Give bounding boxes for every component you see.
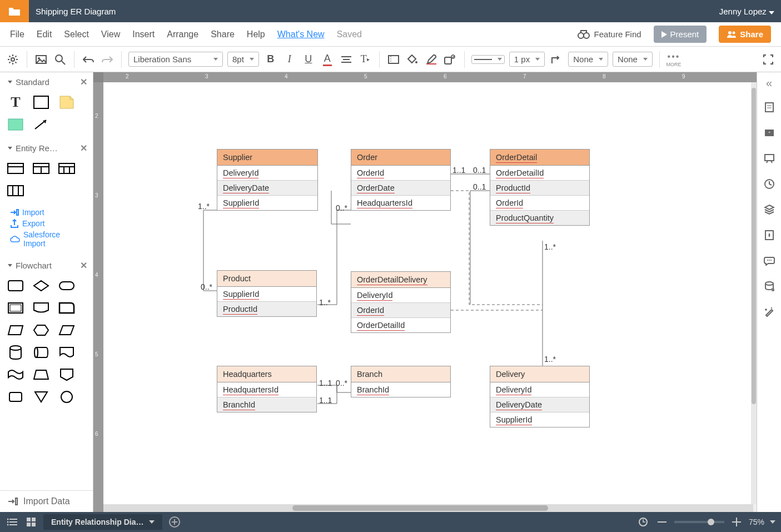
font-select[interactable]: Liberation Sans [128, 52, 223, 67]
zoom-value[interactable]: 75% [749, 518, 764, 526]
menu-edit[interactable]: Edit [37, 29, 52, 39]
menu-share[interactable]: Share [211, 29, 235, 39]
fc-callout[interactable] [57, 300, 77, 316]
fc-doc[interactable] [57, 344, 77, 361]
section-flowchart[interactable]: Flowchart✕ [0, 256, 93, 275]
shape-text[interactable]: T [6, 94, 26, 111]
fc-circle[interactable] [57, 389, 77, 405]
menu-view[interactable]: View [101, 29, 120, 39]
shape-arrow[interactable] [31, 116, 51, 133]
entity-delivery[interactable]: Delivery DeliveryId DeliveryDate Supplie… [490, 366, 590, 427]
italic-button[interactable]: I [282, 52, 297, 67]
fc-offpage[interactable] [57, 366, 77, 383]
line-start-select[interactable]: None [568, 52, 608, 67]
add-page-button[interactable] [168, 515, 181, 529]
zoom-slider[interactable] [674, 521, 724, 523]
menu-help[interactable]: Help [247, 29, 265, 39]
entity-orderdetail[interactable]: OrderDetail OrderDetailId ProductId Orde… [490, 149, 590, 226]
chat-icon[interactable] [762, 253, 777, 269]
more-button[interactable]: •••MORE [666, 52, 681, 67]
menu-arrange[interactable]: Arrange [167, 29, 198, 39]
redo-button[interactable] [100, 52, 115, 67]
pencil-button[interactable] [424, 52, 439, 67]
zoom-in-button[interactable] [730, 515, 743, 529]
menu-select[interactable]: Select [64, 29, 88, 39]
theme-icon[interactable] [762, 227, 777, 243]
fc-cyl[interactable] [6, 344, 26, 361]
entity-headquarters[interactable]: Headquarters HeadquartersId BranchId [217, 366, 317, 412]
fc-terminator[interactable] [57, 277, 77, 294]
link-salesforce[interactable]: Salesforce Import [10, 229, 87, 249]
page-tab[interactable]: Entity Relationship Dia… [43, 514, 162, 530]
line-route-button[interactable] [549, 52, 564, 67]
user-menu[interactable]: Jenny Lopez [719, 7, 774, 16]
close-icon[interactable]: ✕ [80, 143, 87, 153]
share-button[interactable]: Share [719, 26, 771, 43]
font-size-select[interactable]: 8pt [227, 52, 259, 67]
fc-card[interactable] [6, 300, 26, 316]
shape-note[interactable] [57, 94, 77, 111]
undo-button[interactable] [81, 52, 96, 67]
horizontal-scrollbar[interactable] [103, 504, 753, 512]
zoom-out-button[interactable] [655, 515, 669, 529]
fc-display[interactable] [31, 300, 51, 316]
fc-merge[interactable] [31, 389, 51, 405]
search-button[interactable] [53, 52, 67, 67]
shape-options-button[interactable] [443, 52, 457, 67]
grid-view-button[interactable] [24, 515, 38, 529]
menu-whatsnew[interactable]: What's New [277, 29, 325, 39]
page-icon[interactable] [762, 100, 777, 115]
vertical-scrollbar[interactable] [751, 82, 757, 504]
comment-icon[interactable]: " [762, 125, 777, 141]
menu-file[interactable]: File [10, 29, 24, 39]
fc-trap[interactable] [6, 322, 26, 339]
fc-hex[interactable] [31, 322, 51, 339]
present-icon[interactable] [762, 151, 777, 166]
fc-square[interactable] [6, 389, 26, 405]
entity-branch[interactable]: Branch BranchId [351, 366, 451, 397]
entity-product[interactable]: Product SupplierId ProductId [217, 270, 317, 317]
fc-tape[interactable] [6, 366, 26, 383]
shape-rect-button[interactable] [386, 52, 401, 67]
fill-button[interactable] [405, 52, 420, 67]
entity-orderdetaildelivery[interactable]: OrderDetailDelivery DeliveryId OrderId O… [351, 271, 451, 333]
close-icon[interactable]: ✕ [80, 77, 87, 87]
sync-icon[interactable] [636, 515, 650, 529]
section-entity[interactable]: Entity Re…✕ [0, 138, 93, 158]
canvas[interactable]: 1..* 0..* 1..* 0..* 1..1 0..1 0..1 1..1 … [103, 82, 753, 509]
text-color-button[interactable]: A [320, 52, 335, 67]
menu-insert[interactable]: Insert [132, 29, 155, 39]
fc-diamond[interactable] [31, 277, 51, 294]
fc-rect[interactable] [6, 277, 26, 294]
shape-er2[interactable] [31, 160, 51, 177]
bold-button[interactable]: B [263, 52, 278, 67]
line-style-select[interactable] [471, 55, 505, 64]
fc-trap2[interactable] [31, 366, 51, 383]
link-import[interactable]: Import [10, 207, 87, 218]
shape-block[interactable] [6, 116, 26, 133]
entity-supplier[interactable]: Supplier DeliveryId DeliveryDate Supplie… [217, 149, 318, 211]
magic-icon[interactable] [762, 304, 777, 320]
shape-er1[interactable] [6, 160, 26, 177]
layers-icon[interactable] [762, 202, 777, 217]
data-icon[interactable] [762, 279, 777, 294]
list-view-button[interactable] [6, 515, 19, 529]
underline-button[interactable]: U [301, 52, 316, 67]
present-button[interactable]: Present [654, 26, 707, 43]
settings-button[interactable] [6, 52, 20, 67]
history-icon[interactable] [762, 176, 777, 192]
import-data-button[interactable]: Import Data [0, 490, 93, 512]
shape-er4[interactable] [6, 182, 26, 199]
collapse-button[interactable]: « [766, 77, 772, 90]
app-logo[interactable] [0, 0, 29, 22]
fc-para[interactable] [57, 322, 77, 339]
fc-cyl2[interactable] [31, 344, 51, 361]
line-width-select[interactable]: 1 px [509, 52, 545, 67]
shape-rect[interactable] [31, 94, 51, 111]
feature-find[interactable]: Feature Find [578, 29, 641, 39]
image-button[interactable] [34, 52, 48, 67]
line-end-select[interactable]: None [613, 52, 653, 67]
scrollbar-thumb[interactable] [752, 88, 756, 404]
text-options-button[interactable]: T▸ [358, 52, 372, 67]
scrollbar-thumb[interactable] [292, 505, 548, 511]
